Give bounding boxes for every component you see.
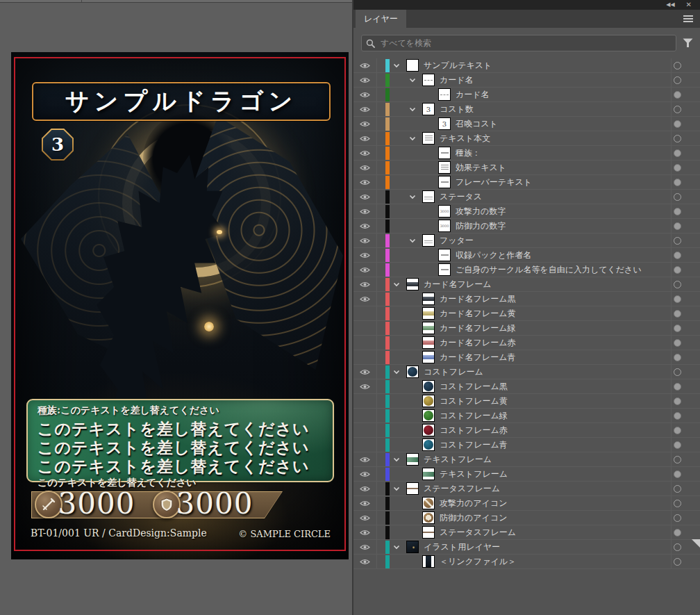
layer-row[interactable]: イラスト用レイヤー <box>353 540 700 555</box>
layer-row[interactable]: テキスト本文 <box>353 131 700 146</box>
lock-column[interactable] <box>377 438 385 452</box>
target-circle[interactable] <box>671 525 700 539</box>
lock-column[interactable] <box>377 161 385 174</box>
lock-column[interactable] <box>377 233 385 247</box>
lock-column[interactable] <box>377 423 385 437</box>
layer-row[interactable]: フッター <box>353 233 700 248</box>
visibility-toggle[interactable] <box>353 350 377 364</box>
target-circle[interactable] <box>671 467 700 481</box>
layer-row[interactable]: ステータスフレーム <box>353 525 700 540</box>
collapse-panel-icon[interactable]: ◀◀ <box>666 2 674 8</box>
chevron-down-icon[interactable] <box>393 457 406 462</box>
target-circle[interactable] <box>671 277 700 291</box>
target-circle[interactable] <box>671 102 700 116</box>
target-circle[interactable] <box>671 73 700 87</box>
chevron-down-icon[interactable] <box>393 63 406 68</box>
layer-row[interactable]: カード名 <box>353 73 700 88</box>
lock-column[interactable] <box>377 394 385 408</box>
visibility-toggle[interactable] <box>353 190 377 204</box>
search-input[interactable] <box>379 38 672 49</box>
lock-column[interactable] <box>377 350 385 364</box>
visibility-toggle[interactable] <box>353 277 377 291</box>
layer-row[interactable]: ステータスフレーム <box>353 482 700 496</box>
visibility-toggle[interactable] <box>353 233 377 247</box>
lock-column[interactable] <box>377 146 385 160</box>
layer-row[interactable]: ステータス <box>353 190 700 204</box>
visibility-toggle[interactable] <box>353 423 377 437</box>
lock-column[interactable] <box>377 58 385 72</box>
target-circle[interactable] <box>671 190 700 204</box>
layer-row[interactable]: サンプルテキスト <box>353 58 700 73</box>
visibility-toggle[interactable] <box>353 525 377 539</box>
layer-row[interactable]: フレーバーテキスト <box>353 175 700 190</box>
target-circle[interactable] <box>671 263 700 277</box>
layer-row[interactable]: ＜リンクファイル＞ <box>353 555 700 569</box>
lock-column[interactable] <box>377 263 385 277</box>
layer-row[interactable]: 3 コスト数 <box>353 102 700 117</box>
target-circle[interactable] <box>671 496 700 510</box>
target-circle[interactable] <box>671 379 700 393</box>
visibility-toggle[interactable] <box>353 102 377 116</box>
lock-column[interactable] <box>377 88 385 101</box>
close-icon[interactable]: ✕ <box>686 2 692 8</box>
card-artboard[interactable]: サンプルドラゴン 3 種族:このテキストを差し替えてください このテキストを差し… <box>11 52 349 559</box>
layer-row[interactable]: 攻撃力のアイコン <box>353 496 700 511</box>
lock-column[interactable] <box>377 117 385 131</box>
visibility-toggle[interactable] <box>353 409 377 423</box>
lock-column[interactable] <box>377 306 385 320</box>
layer-row[interactable]: コストフレーム青 <box>353 438 700 452</box>
layer-row[interactable]: カード名フレーム <box>353 277 700 292</box>
target-circle[interactable] <box>671 350 700 364</box>
target-circle[interactable] <box>671 88 700 101</box>
visibility-toggle[interactable] <box>353 555 377 568</box>
layer-row[interactable]: 収録パックと作者名 <box>353 248 700 263</box>
target-circle[interactable] <box>671 482 700 495</box>
lock-column[interactable] <box>377 467 385 481</box>
chevron-down-icon[interactable] <box>409 107 422 112</box>
lock-column[interactable] <box>377 365 385 379</box>
lock-column[interactable] <box>377 204 385 218</box>
chevron-down-icon[interactable] <box>409 136 422 141</box>
chevron-down-icon[interactable] <box>393 282 406 287</box>
target-circle[interactable] <box>671 423 700 437</box>
lock-column[interactable] <box>377 409 385 423</box>
layer-row[interactable]: カード名フレーム赤 <box>353 336 700 350</box>
visibility-toggle[interactable] <box>353 306 377 320</box>
target-circle[interactable] <box>671 58 700 72</box>
layer-row[interactable]: 防御力のアイコン <box>353 511 700 525</box>
target-circle[interactable] <box>671 233 700 247</box>
lock-column[interactable] <box>377 379 385 393</box>
target-circle[interactable] <box>671 438 700 452</box>
layer-row[interactable]: コストフレーム赤 <box>353 423 700 438</box>
target-circle[interactable] <box>671 146 700 160</box>
target-circle[interactable] <box>671 452 700 466</box>
visibility-toggle[interactable] <box>353 131 377 145</box>
target-circle[interactable] <box>671 555 700 568</box>
target-circle[interactable] <box>671 409 700 423</box>
visibility-toggle[interactable] <box>353 248 377 262</box>
target-circle[interactable] <box>671 219 700 233</box>
tab-layers[interactable]: レイヤー <box>356 10 406 28</box>
visibility-toggle[interactable] <box>353 146 377 160</box>
layer-row[interactable]: 3000 攻撃力の数字 <box>353 204 700 219</box>
visibility-toggle[interactable] <box>353 204 377 218</box>
layer-row[interactable]: コストフレーム <box>353 365 700 379</box>
lock-column[interactable] <box>377 482 385 495</box>
document-canvas[interactable]: サンプルドラゴン 3 種族:このテキストを差し替えてください このテキストを差し… <box>0 0 352 615</box>
visibility-toggle[interactable] <box>353 321 377 335</box>
target-circle[interactable] <box>671 394 700 408</box>
visibility-toggle[interactable] <box>353 394 377 408</box>
lock-column[interactable] <box>377 73 385 87</box>
layer-row[interactable]: カード名フレーム黄 <box>353 306 700 321</box>
lock-column[interactable] <box>377 496 385 510</box>
lock-column[interactable] <box>377 277 385 291</box>
chevron-down-icon[interactable] <box>409 238 422 243</box>
target-circle[interactable] <box>671 321 700 335</box>
visibility-toggle[interactable] <box>353 58 377 72</box>
target-circle[interactable] <box>671 117 700 131</box>
lock-column[interactable] <box>377 292 385 306</box>
filter-funnel-icon[interactable] <box>681 37 694 49</box>
visibility-toggle[interactable] <box>353 438 377 452</box>
lock-column[interactable] <box>377 219 385 233</box>
chevron-down-icon[interactable] <box>393 545 406 550</box>
